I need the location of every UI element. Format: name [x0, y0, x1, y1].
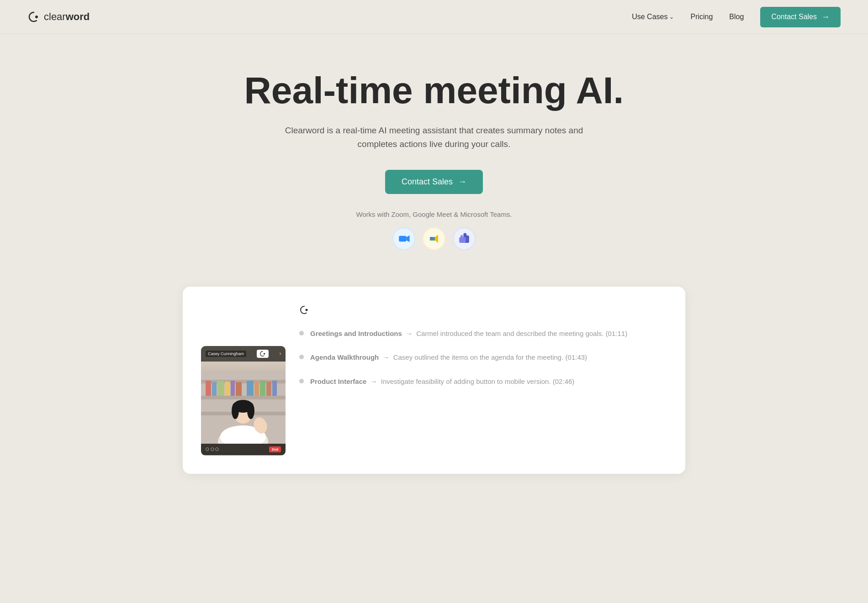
svg-point-30: [232, 403, 239, 419]
video-name-tag: Casey Cunningham: [206, 351, 246, 357]
teams-platform-icon: [453, 227, 476, 250]
demo-section: Casey Cunningham ›: [0, 278, 868, 474]
note-bullet-3: [299, 379, 304, 383]
hero-subtitle: Clearword is a real-time AI meeting assi…: [283, 124, 585, 152]
svg-point-11: [264, 353, 265, 355]
video-person-area: [201, 362, 286, 444]
nav-use-cases[interactable]: Use Cases ⌄: [632, 13, 674, 21]
svg-rect-26: [272, 381, 277, 396]
svg-rect-24: [260, 381, 265, 396]
note-text-1: Greetings and Introductions → Carmel int…: [310, 329, 627, 339]
chevron-down-icon: ⌄: [669, 14, 674, 20]
platform-icons: [392, 227, 476, 250]
demo-video-thumbnail: Casey Cunningham ›: [201, 346, 286, 456]
note-text-2: Agenda Walkthrough → Casey outlined the …: [310, 352, 587, 363]
clearword-badge-icon: [259, 351, 266, 357]
google-meet-platform-icon: [423, 227, 445, 250]
svg-point-5: [431, 237, 433, 239]
svg-rect-20: [231, 381, 235, 396]
nav-links: Use Cases ⌄ Pricing Blog Contact Sales →: [632, 7, 841, 27]
svg-point-9: [463, 233, 466, 236]
note-bullet-2: [299, 355, 304, 359]
logo-text-clear: clear: [44, 11, 66, 22]
rec-badge: 2nd: [269, 446, 281, 452]
hero-arrow-icon: →: [458, 177, 466, 187]
hero-title: Real-time meeting AI.: [244, 71, 624, 110]
logo[interactable]: clearword: [27, 10, 90, 23]
svg-rect-18: [217, 381, 224, 396]
video-more-icon: ›: [280, 351, 281, 356]
clearword-notes-icon: [299, 305, 309, 315]
note-item-2: Agenda Walkthrough → Casey outlined the …: [299, 352, 667, 363]
svg-point-0: [35, 16, 38, 18]
logo-icon: [27, 10, 40, 23]
svg-rect-17: [212, 382, 217, 396]
arrow-right-icon: →: [821, 12, 830, 22]
nav-pricing[interactable]: Pricing: [690, 13, 713, 21]
clearword-notes-logo: [299, 305, 667, 315]
note-item-3: Product Interface → Investigate feasibil…: [299, 377, 667, 387]
note-item-1: Greetings and Introductions → Carmel int…: [299, 329, 667, 339]
svg-rect-16: [206, 381, 211, 396]
video-bottom-bar: ⬡ ⬡ ⬡ 2nd: [201, 444, 286, 455]
logo-text-word: word: [66, 11, 90, 22]
demo-panel: Casey Cunningham ›: [183, 287, 685, 474]
video-top-bar: Casey Cunningham ›: [201, 346, 286, 362]
svg-point-31: [247, 403, 254, 419]
zoom-platform-icon: [392, 227, 415, 250]
svg-rect-22: [247, 381, 254, 396]
note-bullet-1: [299, 331, 304, 336]
svg-rect-19: [225, 382, 230, 396]
works-with-text: Works with Zoom, Google Meet & Microsoft…: [356, 210, 512, 218]
svg-rect-2: [399, 236, 406, 242]
hero-section: Real-time meeting AI. Clearword is a rea…: [0, 34, 868, 278]
hero-contact-sales-button[interactable]: Contact Sales →: [385, 170, 483, 194]
svg-point-10: [460, 235, 463, 237]
navbar: clearword Use Cases ⌄ Pricing Blog Conta…: [0, 0, 868, 34]
svg-point-34: [306, 309, 308, 311]
note-text-3: Product Interface → Investigate feasibil…: [310, 377, 574, 387]
svg-rect-14: [201, 396, 286, 399]
nav-contact-sales-button[interactable]: Contact Sales →: [760, 7, 841, 27]
person-silhouette: [201, 371, 286, 444]
svg-rect-21: [236, 382, 242, 396]
demo-notes-panel: Greetings and Introductions → Carmel int…: [299, 305, 667, 401]
svg-rect-8: [459, 237, 466, 243]
meeting-controls: ⬡ ⬡ ⬡: [206, 447, 219, 451]
svg-rect-25: [266, 382, 271, 396]
nav-blog[interactable]: Blog: [729, 13, 744, 21]
svg-rect-23: [254, 382, 259, 396]
clearword-video-badge: [257, 350, 269, 358]
